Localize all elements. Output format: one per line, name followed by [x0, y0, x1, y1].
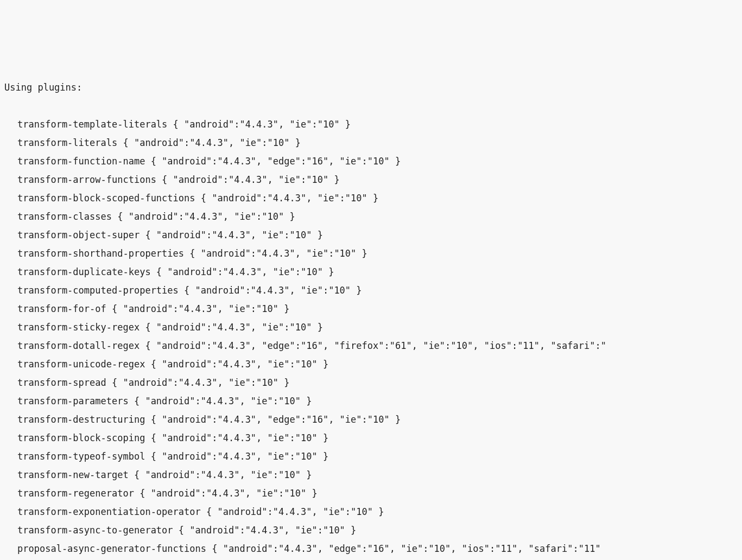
plugin-line: proposal-object-rest-spread { "android":… [4, 558, 738, 560]
plugin-line: transform-async-to-generator { "android"… [4, 521, 738, 539]
plugin-line: transform-block-scoping { "android":"4.4… [4, 429, 738, 447]
plugin-line: transform-typeof-symbol { "android":"4.4… [4, 447, 738, 466]
plugin-line: transform-function-name { "android":"4.4… [4, 152, 738, 170]
plugin-line: transform-destructuring { "android":"4.4… [4, 410, 738, 429]
plugin-line: transform-unicode-regex { "android":"4.4… [4, 355, 738, 373]
plugin-line: transform-spread { "android":"4.4.3", "i… [4, 373, 738, 392]
plugin-line: transform-object-super { "android":"4.4.… [4, 226, 738, 244]
plugin-line: transform-for-of { "android":"4.4.3", "i… [4, 300, 738, 318]
plugin-line: transform-dotall-regex { "android":"4.4.… [4, 336, 738, 355]
plugin-line: transform-regenerator { "android":"4.4.3… [4, 484, 738, 502]
plugin-line: transform-sticky-regex { "android":"4.4.… [4, 318, 738, 336]
plugin-line: transform-template-literals { "android":… [4, 115, 738, 133]
plugin-line: transform-computed-properties { "android… [4, 281, 738, 300]
output-header: Using plugins: [4, 78, 738, 97]
plugin-line: transform-literals { "android":"4.4.3", … [4, 133, 738, 152]
plugin-line: transform-new-target { "android":"4.4.3"… [4, 466, 738, 484]
plugin-line: transform-exponentiation-operator { "and… [4, 502, 738, 521]
plugin-line: transform-shorthand-properties { "androi… [4, 244, 738, 263]
plugin-line: transform-classes { "android":"4.4.3", "… [4, 207, 738, 226]
plugin-line: transform-parameters { "android":"4.4.3"… [4, 392, 738, 410]
plugin-line: transform-arrow-functions { "android":"4… [4, 170, 738, 189]
plugin-line: proposal-async-generator-functions { "an… [4, 539, 738, 558]
plugin-list: transform-template-literals { "android":… [4, 115, 738, 560]
plugin-line: transform-duplicate-keys { "android":"4.… [4, 263, 738, 281]
plugin-line: transform-block-scoped-functions { "andr… [4, 189, 738, 207]
